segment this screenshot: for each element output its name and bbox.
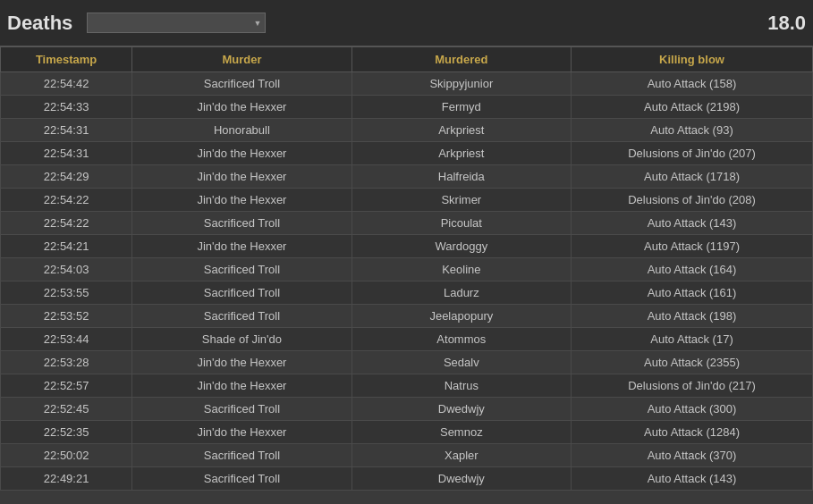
cell-timestamp: 22:54:22 [1,212,132,235]
cell-killing-blow: Auto Attack (93) [572,119,813,142]
cell-murdered: Skippyjunior [351,72,571,96]
table-row: 22:52:57Jin'do the HexxerNatrusDelusions… [1,374,813,398]
cell-killing-blow: Auto Attack (198) [572,305,813,328]
cell-murdered: Picoulat [351,212,571,235]
col-header-killing-blow: Killing blow [572,47,813,72]
col-header-murder: Murder [132,47,351,72]
cell-murder: Sacrificed Troll [132,467,351,491]
cell-timestamp: 22:52:45 [1,398,132,421]
cell-timestamp: 22:53:55 [1,281,132,305]
header-row: Timestamp Murder Murdered Killing blow [1,47,813,72]
cell-murdered: Dwedwjy [351,467,571,491]
cell-timestamp: 22:54:03 [1,258,132,281]
cell-killing-blow: Auto Attack (158) [572,72,813,96]
cell-killing-blow: Auto Attack (161) [572,281,813,305]
cell-murder: Sacrificed Troll [132,212,351,235]
table-row: 22:53:52Sacrificed TrollJeelapopuryAuto … [1,305,813,328]
col-header-murdered: Murdered [351,47,571,72]
cell-timestamp: 22:53:28 [1,351,132,374]
cell-murdered: Dwedwjy [351,398,571,421]
page-title: Deaths [7,12,72,35]
cell-timestamp: 22:53:44 [1,328,132,351]
table-row: 22:54:03Sacrificed TrollKeolineAuto Atta… [1,258,813,281]
cell-killing-blow: Delusions of Jin'do (217) [572,374,813,398]
cell-murder: Sacrificed Troll [132,444,351,467]
cell-timestamp: 22:54:22 [1,189,132,212]
cell-murdered: Natrus [351,374,571,398]
cell-murdered: Fermyd [351,96,571,119]
cell-timestamp: 22:49:21 [1,467,132,491]
cell-timestamp: 22:54:29 [1,165,132,189]
cell-killing-blow: Auto Attack (143) [572,467,813,491]
table-body: 22:54:42Sacrificed TrollSkippyjuniorAuto… [1,72,813,491]
cell-killing-blow: Auto Attack (2198) [572,96,813,119]
header: Deaths 18.0 [0,0,813,46]
cell-timestamp: 22:52:35 [1,421,132,444]
table-row: 22:54:22Jin'do the HexxerSkrimerDelusion… [1,189,813,212]
cell-murder: Jin'do the Hexxer [132,374,351,398]
cell-killing-blow: Delusions of Jin'do (207) [572,142,813,165]
cell-killing-blow: Auto Attack (1284) [572,421,813,444]
cell-killing-blow: Auto Attack (143) [572,212,813,235]
cell-murder: Jin'do the Hexxer [132,235,351,258]
cell-murdered: Sedalv [351,351,571,374]
cell-murdered: Jeelapopury [351,305,571,328]
cell-timestamp: 22:53:52 [1,305,132,328]
cell-murder: Jin'do the Hexxer [132,142,351,165]
cell-timestamp: 22:50:02 [1,444,132,467]
table-row: 22:54:22Sacrificed TrollPicoulatAuto Att… [1,212,813,235]
cell-killing-blow: Auto Attack (2355) [572,351,813,374]
table-row: 22:53:28Jin'do the HexxerSedalvAuto Atta… [1,351,813,374]
cell-murdered: Keoline [351,258,571,281]
table-row: 22:54:29Jin'do the HexxerHalfreidaAuto A… [1,165,813,189]
col-header-timestamp: Timestamp [1,47,132,72]
cell-timestamp: 22:54:42 [1,72,132,96]
cell-murder: Jin'do the Hexxer [132,165,351,189]
table-row: 22:54:42Sacrificed TrollSkippyjuniorAuto… [1,72,813,96]
cell-murdered: Skrimer [351,189,571,212]
cell-murder: Jin'do the Hexxer [132,351,351,374]
table-header: Timestamp Murder Murdered Killing blow [1,47,813,72]
cell-murder: Sacrificed Troll [132,305,351,328]
cell-murder: Jin'do the Hexxer [132,421,351,444]
table-row: 22:54:31HonorabullArkpriestAuto Attack (… [1,119,813,142]
cell-murdered: Ladurz [351,281,571,305]
cell-timestamp: 22:54:33 [1,96,132,119]
cell-murder: Sacrificed Troll [132,281,351,305]
table-row: 22:50:02Sacrificed TrollXaplerAuto Attac… [1,444,813,467]
deaths-table: Timestamp Murder Murdered Killing blow 2… [0,46,813,491]
cell-murdered: Wardoggy [351,235,571,258]
filter-dropdown[interactable] [87,13,266,33]
version-label: 18.0 [767,12,806,35]
cell-killing-blow: Auto Attack (164) [572,258,813,281]
cell-murder: Sacrificed Troll [132,398,351,421]
table-row: 22:54:31Jin'do the HexxerArkpriestDelusi… [1,142,813,165]
cell-timestamp: 22:54:31 [1,119,132,142]
cell-murder: Jin'do the Hexxer [132,96,351,119]
table-row: 22:52:35Jin'do the HexxerSemnozAuto Atta… [1,421,813,444]
cell-killing-blow: Auto Attack (1197) [572,235,813,258]
cell-murder: Sacrificed Troll [132,72,351,96]
cell-killing-blow: Auto Attack (370) [572,444,813,467]
cell-murdered: Arkpriest [351,142,571,165]
table-row: 22:52:45Sacrificed TrollDwedwjyAuto Atta… [1,398,813,421]
cell-killing-blow: Auto Attack (1718) [572,165,813,189]
cell-murdered: Atommos [351,328,571,351]
cell-killing-blow: Auto Attack (17) [572,328,813,351]
cell-murder: Sacrificed Troll [132,258,351,281]
cell-killing-blow: Delusions of Jin'do (208) [572,189,813,212]
table-row: 22:53:55Sacrificed TrollLadurzAuto Attac… [1,281,813,305]
cell-killing-blow: Auto Attack (300) [572,398,813,421]
cell-murder: Shade of Jin'do [132,328,351,351]
cell-murdered: Semnoz [351,421,571,444]
table-row: 22:54:21Jin'do the HexxerWardoggyAuto At… [1,235,813,258]
cell-murdered: Arkpriest [351,119,571,142]
table-row: 22:49:21Sacrificed TrollDwedwjyAuto Atta… [1,467,813,491]
table-row: 22:54:33Jin'do the HexxerFermydAuto Atta… [1,96,813,119]
cell-timestamp: 22:54:31 [1,142,132,165]
cell-murdered: Xapler [351,444,571,467]
filter-dropdown-wrapper[interactable] [80,13,266,33]
cell-murdered: Halfreida [351,165,571,189]
cell-murder: Jin'do the Hexxer [132,189,351,212]
cell-timestamp: 22:52:57 [1,374,132,398]
